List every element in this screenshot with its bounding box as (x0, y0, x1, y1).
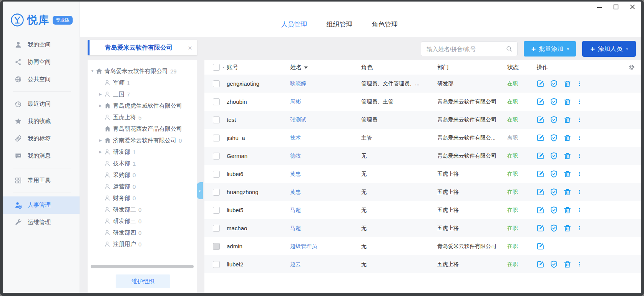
name-link[interactable]: 技术 (290, 135, 301, 141)
sidebar-item-ops[interactable]: 运维管理 (3, 214, 80, 231)
tree-node[interactable]: 采购部0 (91, 169, 195, 181)
permissions-icon[interactable] (550, 260, 558, 268)
header-name[interactable]: 姓名 (290, 64, 361, 71)
delete-icon[interactable] (563, 134, 571, 142)
sidebar-item-tools[interactable]: 常用工具 (3, 172, 80, 189)
name-link[interactable]: 耿晓婷 (290, 80, 306, 86)
name-link[interactable]: 周彬 (290, 98, 301, 105)
tree-node[interactable]: ▶济南爱米云软件有限公司0 (91, 135, 195, 146)
permissions-icon[interactable] (550, 170, 558, 178)
delete-icon[interactable] (563, 98, 571, 106)
row-checkbox[interactable] (213, 171, 220, 178)
more-actions-icon[interactable] (577, 152, 582, 160)
delete-icon[interactable] (563, 170, 571, 178)
row-checkbox[interactable] (213, 225, 220, 232)
tab-personnel[interactable]: 人员管理 (281, 20, 307, 29)
maintain-org-button[interactable]: 维护组织 (116, 274, 170, 288)
delete-icon[interactable] (563, 80, 571, 88)
permissions-icon[interactable] (550, 224, 558, 232)
tab-organization[interactable]: 组织管理 (327, 20, 353, 29)
row-checkbox[interactable] (213, 98, 220, 105)
permissions-icon[interactable] (550, 116, 558, 124)
more-actions-icon[interactable] (577, 188, 582, 196)
edit-icon[interactable] (536, 98, 544, 106)
row-checkbox[interactable] (213, 189, 220, 196)
sidebar-item-hr[interactable]: 人事管理 (3, 196, 80, 214)
sidebar-item-public-space[interactable]: 公共空间 (3, 71, 80, 88)
org-tab-close-icon[interactable]: × (188, 44, 192, 52)
delete-icon[interactable] (563, 260, 571, 268)
more-actions-icon[interactable] (577, 116, 582, 124)
column-settings-gear-icon[interactable] (628, 64, 635, 71)
permissions-icon[interactable] (550, 188, 558, 196)
row-checkbox[interactable] (213, 207, 220, 214)
more-actions-icon[interactable] (577, 80, 582, 88)
row-checkbox[interactable] (213, 116, 220, 123)
name-link[interactable]: 黄忠 (290, 189, 301, 195)
row-checkbox[interactable] (213, 80, 220, 87)
tree-node[interactable]: 技术部1 (91, 158, 195, 169)
collapse-tree-handle[interactable]: ‹ (197, 182, 203, 199)
more-actions-icon[interactable] (577, 260, 582, 268)
tree-horizontal-scrollbar[interactable] (91, 265, 194, 268)
edit-icon[interactable] (536, 134, 544, 142)
delete-icon[interactable] (563, 188, 571, 196)
sidebar-item-favorites[interactable]: 我的收藏 (3, 113, 80, 130)
add-person-button[interactable]: ＋添加人员▼ (582, 41, 636, 57)
row-checkbox[interactable] (213, 153, 220, 160)
edit-icon[interactable] (536, 206, 544, 214)
expander-right-icon[interactable]: ▶ (99, 92, 104, 96)
sidebar-item-collab-space[interactable]: 协同空间 (3, 53, 80, 71)
tree-node[interactable]: 注册用户0 (91, 238, 195, 250)
name-link[interactable]: 张测试 (290, 116, 306, 123)
tree-node[interactable]: 财务部0 (91, 192, 195, 204)
name-link[interactable]: 赵云 (290, 261, 301, 267)
more-actions-icon[interactable] (577, 134, 582, 142)
edit-icon[interactable] (536, 188, 544, 196)
sidebar-item-tags[interactable]: 我的标签 (3, 130, 80, 147)
delete-icon[interactable] (563, 152, 571, 160)
expander-down-icon[interactable]: ▼ (91, 69, 96, 73)
tree-node[interactable]: ▶青岛虎虎生威软件有限公司 (91, 100, 195, 111)
name-link[interactable]: 马超 (290, 207, 301, 213)
row-checkbox[interactable] (213, 135, 220, 141)
delete-icon[interactable] (563, 206, 571, 214)
permissions-icon[interactable] (550, 134, 558, 142)
row-checkbox[interactable] (213, 261, 220, 268)
tab-role[interactable]: 角色管理 (372, 20, 398, 29)
close-button[interactable] (630, 4, 635, 10)
name-link[interactable]: 黄忠 (290, 171, 301, 177)
name-link[interactable]: 超级管理员 (290, 243, 317, 249)
expander-right-icon[interactable]: ▶ (99, 104, 104, 108)
search-icon[interactable] (506, 45, 513, 52)
org-tab[interactable]: 青岛爱米云软件有限公司 × (88, 40, 197, 55)
edit-icon[interactable] (536, 260, 544, 268)
permissions-icon[interactable] (550, 80, 558, 88)
sidebar-item-messages[interactable]: 我的消息 (3, 147, 80, 165)
edit-icon[interactable] (536, 242, 544, 250)
select-all-checkbox[interactable] (213, 64, 220, 71)
tree-node[interactable]: 研发部四0 (91, 227, 195, 238)
tree-node[interactable]: 研发部二0 (91, 204, 195, 215)
tree-node[interactable]: 运营部0 (91, 181, 195, 192)
edit-icon[interactable] (536, 170, 544, 178)
expander-right-icon[interactable]: ▶ (99, 138, 104, 142)
permissions-icon[interactable] (550, 98, 558, 106)
more-actions-icon[interactable] (577, 206, 582, 214)
batch-add-button[interactable]: ＋批量添加▼ (524, 41, 576, 57)
more-actions-icon[interactable] (577, 224, 582, 232)
delete-icon[interactable] (563, 116, 571, 124)
tree-node[interactable]: ▼青岛爱米云软件有限公司29 (91, 65, 195, 77)
maximize-button[interactable] (613, 4, 619, 10)
sidebar-item-my-space[interactable]: 我的空间 (3, 36, 80, 53)
tree-node[interactable]: 研发部三0 (91, 215, 195, 227)
permissions-icon[interactable] (550, 206, 558, 214)
edit-icon[interactable] (536, 224, 544, 232)
tree-node[interactable]: ▶三国7 (91, 88, 195, 100)
sidebar-item-recent[interactable]: 最近访问 (3, 95, 80, 113)
more-actions-icon[interactable] (577, 170, 582, 178)
edit-icon[interactable] (536, 152, 544, 160)
search-input[interactable] (426, 45, 506, 53)
minimize-button[interactable] (597, 4, 602, 10)
edit-icon[interactable] (536, 116, 544, 124)
